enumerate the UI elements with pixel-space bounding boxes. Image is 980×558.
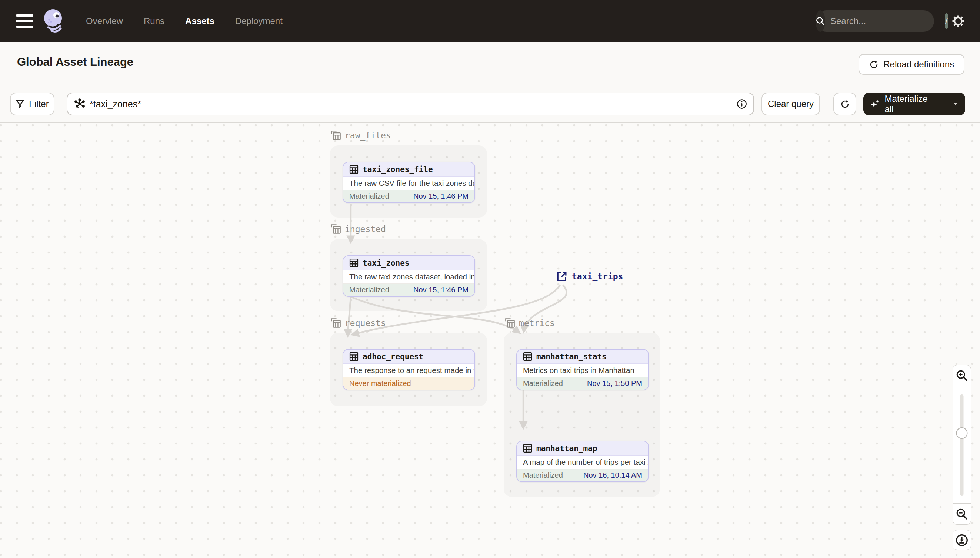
nav-item-runs[interactable]: Runs	[144, 16, 165, 26]
page-title: Global Asset Lineage	[17, 56, 133, 69]
refresh-icon	[840, 99, 850, 109]
asset-description: Metrics on taxi trips in Manhattan	[517, 364, 648, 377]
status-timestamp[interactable]: Nov 15, 1:46 PM	[413, 192, 468, 200]
external-link-icon	[556, 271, 567, 282]
status-timestamp[interactable]: Nov 15, 1:46 PM	[413, 286, 468, 294]
zoom-out-icon	[955, 508, 968, 520]
asset-node-taxi-zones-file[interactable]: taxi_zones_file The raw CSV file for the…	[343, 162, 475, 203]
search-input[interactable]	[825, 16, 945, 26]
table-icon	[523, 444, 532, 453]
funnel-icon	[16, 100, 25, 108]
lineage-toolbar: Filter Clear query	[0, 82, 980, 123]
asset-status-bar: Never materialized	[343, 377, 474, 390]
asset-query-input-box[interactable]	[67, 92, 754, 115]
info-icon[interactable]	[736, 98, 748, 110]
status-label: Never materialized	[349, 379, 411, 388]
primary-nav: Overview Runs Assets Deployment	[86, 16, 283, 26]
status-label: Materialized	[349, 192, 389, 200]
asset-node-manhattan-stats[interactable]: manhattan_stats Metrics on taxi trips in…	[516, 349, 649, 391]
settings-gear-icon[interactable]	[951, 14, 965, 28]
search-icon	[815, 10, 825, 32]
zoom-in-button[interactable]	[953, 365, 971, 386]
status-timestamp[interactable]: Nov 16, 10:14 AM	[583, 471, 642, 479]
asset-description: A map of the number of trips per taxi z.…	[517, 456, 648, 469]
search-shortcut-badge: /	[945, 13, 948, 29]
global-search[interactable]: /	[815, 10, 934, 32]
status-label: Materialized	[523, 379, 563, 388]
materialize-dropdown-caret[interactable]	[946, 100, 965, 108]
download-icon	[955, 533, 968, 547]
page-header: Global Asset Lineage Reload definitions	[0, 42, 980, 82]
graph-query-icon	[74, 98, 85, 110]
asset-name: manhattan_map	[536, 444, 597, 453]
group-table-icon	[331, 318, 341, 328]
asset-node-manhattan-map[interactable]: manhattan_map A map of the number of tri…	[516, 441, 649, 482]
lineage-edges	[0, 123, 980, 558]
asset-status-bar: Materialized Nov 16, 10:14 AM	[517, 469, 648, 481]
asset-query-input[interactable]	[90, 99, 736, 110]
group-label-metrics[interactable]: metrics	[505, 318, 555, 328]
download-button[interactable]	[953, 530, 971, 550]
filter-button[interactable]: Filter	[10, 92, 54, 115]
materialize-all-button[interactable]: Materialize all	[863, 92, 965, 115]
asset-status-bar: Materialized Nov 15, 1:46 PM	[343, 190, 474, 202]
zoom-in-icon	[955, 369, 968, 382]
asset-description: The response to an request made in th...	[343, 364, 474, 377]
nav-item-deployment[interactable]: Deployment	[235, 16, 283, 26]
refresh-button[interactable]	[833, 92, 856, 115]
table-icon	[523, 352, 532, 361]
asset-node-taxi-zones[interactable]: taxi_zones The raw taxi zones dataset, l…	[343, 255, 475, 297]
hamburger-menu-icon[interactable]	[16, 15, 33, 28]
group-table-icon	[505, 318, 515, 328]
table-icon	[349, 258, 359, 268]
external-asset-taxi-trips[interactable]: taxi_trips	[556, 271, 623, 282]
sparkle-icon	[870, 99, 880, 109]
asset-name: manhattan_stats	[536, 352, 607, 361]
reload-icon	[869, 59, 879, 70]
nav-item-overview[interactable]: Overview	[86, 16, 123, 26]
group-label-ingested[interactable]: ingested	[331, 224, 386, 234]
status-label: Materialized	[523, 471, 563, 479]
dagster-logo-icon[interactable]	[41, 8, 65, 34]
reload-definitions-button[interactable]: Reload definitions	[858, 54, 964, 75]
asset-name: taxi_zones_file	[362, 165, 433, 174]
zoom-slider-track[interactable]	[960, 394, 964, 496]
nav-item-assets[interactable]: Assets	[185, 16, 214, 26]
asset-description: The raw taxi zones dataset, loaded int..…	[343, 270, 474, 284]
asset-description: The raw CSV file for the taxi zones dat.…	[343, 177, 474, 190]
table-icon	[349, 165, 359, 174]
zoom-slider[interactable]	[953, 386, 971, 504]
group-label-raw-files[interactable]: raw_files	[331, 130, 391, 141]
asset-status-bar: Materialized Nov 15, 1:50 PM	[517, 377, 648, 390]
group-table-icon	[331, 224, 341, 234]
table-icon	[349, 352, 359, 361]
materialize-all-main[interactable]: Materialize all	[863, 94, 945, 114]
asset-name: adhoc_request	[362, 352, 423, 361]
group-table-icon	[331, 130, 341, 141]
lineage-canvas[interactable]: raw_files ingested requests	[0, 123, 980, 558]
clear-query-button[interactable]: Clear query	[761, 92, 820, 115]
chevron-down-icon	[952, 100, 959, 108]
asset-status-bar: Materialized Nov 15, 1:46 PM	[343, 284, 474, 296]
status-label: Materialized	[349, 286, 389, 294]
nav-right-section: /	[815, 10, 965, 32]
status-timestamp[interactable]: Nov 15, 1:50 PM	[587, 379, 642, 388]
group-label-requests[interactable]: requests	[331, 318, 386, 328]
zoom-slider-handle[interactable]	[956, 427, 968, 439]
zoom-out-button[interactable]	[953, 504, 971, 525]
edge-taxi-zones-to-adhoc-request	[348, 297, 351, 336]
asset-node-adhoc-request[interactable]: adhoc_request The response to an request…	[343, 349, 475, 391]
asset-name: taxi_zones	[362, 259, 409, 268]
top-nav-bar: Overview Runs Assets Deployment /	[0, 0, 980, 42]
